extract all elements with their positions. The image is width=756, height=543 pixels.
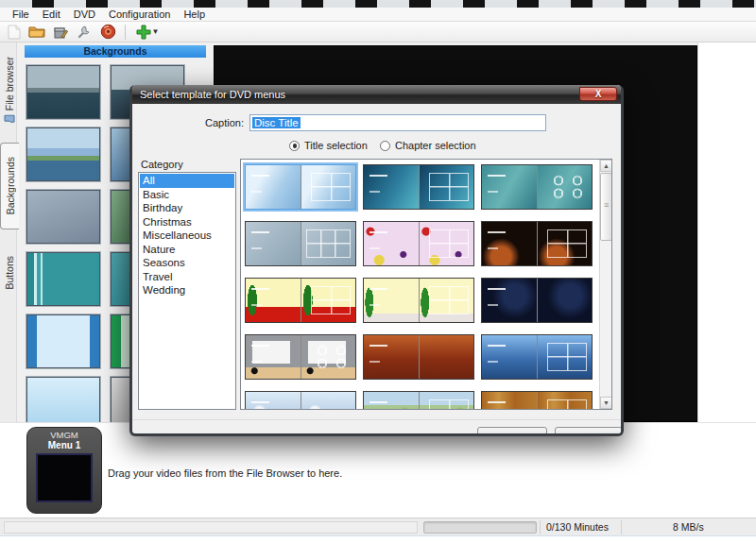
radio-title-selection[interactable]: Title selection <box>289 140 368 151</box>
status-separator <box>621 520 622 535</box>
background-thumbnail[interactable] <box>26 252 100 306</box>
template-title-pane <box>482 392 537 409</box>
template-thumbnail[interactable] <box>363 278 474 323</box>
tab-label: Backgrounds <box>5 157 16 214</box>
template-chapter-pane <box>301 335 356 379</box>
tab-label: File browser <box>4 57 15 110</box>
category-item[interactable]: Travel <box>140 270 234 284</box>
template-chapter-pane <box>420 392 474 409</box>
template-grid-scrollbar[interactable]: ▲ ▼ <box>599 160 611 409</box>
burn-icon[interactable] <box>98 24 117 41</box>
no-template-button[interactable]: No template <box>555 427 623 436</box>
radio-chapter-selection[interactable]: Chapter selection <box>380 140 476 151</box>
template-thumbnail[interactable] <box>363 391 474 409</box>
add-menu-icon[interactable]: ▼ <box>133 24 162 41</box>
vmgm-menu-item[interactable]: VMGM Menu 1 <box>26 427 102 514</box>
ok-button[interactable]: OK <box>477 427 547 436</box>
template-chapter-pane <box>420 335 474 379</box>
menu-item[interactable]: Edit <box>36 8 67 20</box>
template-title-pane <box>482 165 537 209</box>
template-thumbnail[interactable] <box>245 278 356 323</box>
template-thumbnail[interactable] <box>363 164 474 210</box>
category-item[interactable]: Nature <box>140 243 234 257</box>
category-list: All Basic Birthday Christmas Miscellaneo… <box>138 172 236 410</box>
template-thumbnail[interactable] <box>481 278 593 323</box>
select-template-dialog: Select template for DVD menus X Caption:… <box>129 85 624 436</box>
template-chapter-pane <box>538 335 593 379</box>
tab-file-browser[interactable]: File browser <box>1 50 17 131</box>
template-thumbnail[interactable] <box>363 221 474 266</box>
menu-item[interactable]: File <box>6 8 36 20</box>
scroll-up-icon[interactable]: ▲ <box>600 160 612 172</box>
background-thumbnail[interactable] <box>26 190 100 244</box>
toolbar: ▼ <box>0 22 756 42</box>
template-chapter-pane <box>538 222 593 265</box>
template-chapter-pane <box>420 222 474 265</box>
status-bitrate: 8 MB/s <box>673 521 704 533</box>
dialog-buttons: OK No template <box>132 419 621 436</box>
scrollbar-thumb[interactable] <box>600 173 612 241</box>
scroll-down-icon[interactable]: ▼ <box>600 397 612 409</box>
template-thumbnail[interactable] <box>481 391 593 409</box>
category-item[interactable]: Wedding <box>140 283 234 297</box>
template-grid: ▲ ▼ <box>240 159 612 410</box>
caption-value: Disc Title <box>252 117 301 128</box>
background-thumbnail[interactable] <box>26 65 100 119</box>
template-thumbnail[interactable] <box>245 221 356 266</box>
right-gutter <box>697 42 756 422</box>
close-icon[interactable]: X <box>579 87 617 101</box>
caption-label: Caption: <box>189 117 244 128</box>
template-chapter-pane <box>538 392 593 409</box>
template-title-pane <box>482 335 537 379</box>
template-title-pane <box>364 165 419 209</box>
background-thumbnail[interactable] <box>26 127 100 181</box>
category-item[interactable]: Seasons <box>140 256 234 270</box>
category-item[interactable]: Miscellaneous <box>140 229 234 243</box>
category-item[interactable]: Basic <box>140 188 234 202</box>
template-thumbnail[interactable] <box>245 334 356 380</box>
menu-item[interactable]: DVD <box>67 8 102 20</box>
template-thumbnail[interactable] <box>245 391 356 409</box>
new-icon[interactable] <box>4 24 23 41</box>
template-title-pane <box>246 392 301 409</box>
vmgm-label: VMGM <box>50 430 78 440</box>
template-title-pane <box>246 335 301 379</box>
template-grid-inner <box>241 160 599 409</box>
category-item[interactable]: All <box>140 174 234 188</box>
template-title-pane <box>364 392 419 409</box>
template-title-pane <box>246 222 301 265</box>
vmgm-menu-preview <box>36 453 93 502</box>
category-label: Category <box>141 159 183 170</box>
template-chapter-pane <box>301 165 356 209</box>
wrench-icon[interactable] <box>75 24 94 41</box>
package-icon[interactable] <box>51 24 70 41</box>
menu-item[interactable]: Help <box>177 8 212 20</box>
template-thumbnail[interactable] <box>363 334 474 380</box>
template-title-pane <box>364 222 419 265</box>
capacity-gauge <box>423 521 537 534</box>
menu-item[interactable]: Configuration <box>102 8 177 20</box>
radio-dot-icon <box>380 141 390 151</box>
template-thumbnail[interactable] <box>481 221 593 266</box>
dialog-title: Select template for DVD menus <box>132 89 285 100</box>
titleset-dropzone[interactable]: VMGM Menu 1 Drag your video files from t… <box>0 422 756 518</box>
dialog-titlebar[interactable]: Select template for DVD menus X <box>132 85 621 104</box>
tab-backgrounds[interactable]: Backgrounds <box>0 143 19 229</box>
template-thumbnail[interactable] <box>245 164 356 210</box>
template-chapter-pane <box>538 279 593 322</box>
background-thumbnail[interactable] <box>26 314 100 368</box>
caption-input[interactable]: Disc Title <box>249 114 546 131</box>
dialog-body: Caption: Disc Title Title selection Chap… <box>132 104 621 433</box>
drop-hint-text: Drag your video files from the File Brow… <box>108 467 342 479</box>
radio-label: Chapter selection <box>395 140 476 151</box>
tab-buttons[interactable]: Buttons <box>1 237 17 309</box>
template-chapter-pane <box>420 279 474 322</box>
template-thumbnail[interactable] <box>481 334 593 380</box>
open-icon[interactable] <box>27 24 46 41</box>
category-item[interactable]: Birthday <box>140 201 234 215</box>
category-item[interactable]: Christmas <box>140 215 234 229</box>
template-title-pane <box>364 279 419 322</box>
template-thumbnail[interactable] <box>481 164 593 210</box>
page-footer <box>0 535 756 543</box>
template-chapter-pane <box>538 165 593 209</box>
